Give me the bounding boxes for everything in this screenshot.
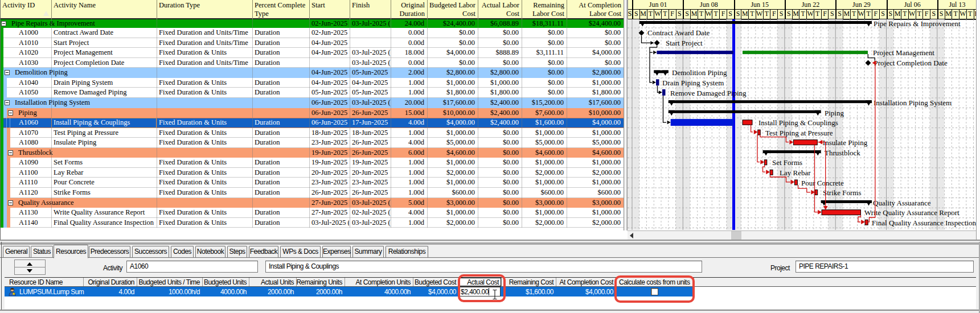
svg-text:Project Completion Date: Project Completion Date xyxy=(874,59,948,67)
svg-text:Start Project: Start Project xyxy=(666,39,703,47)
svg-text:Drain Piping System: Drain Piping System xyxy=(662,79,724,87)
svg-text:Installation Piping System: Installation Piping System xyxy=(874,98,952,107)
svg-text:Pipe Repairs & Improvement: Pipe Repairs & Improvement xyxy=(874,19,961,28)
svg-text:Lay Rebar: Lay Rebar xyxy=(780,168,811,177)
svg-text:Insulate Piping: Insulate Piping xyxy=(823,138,868,147)
svg-text:Strike Forms: Strike Forms xyxy=(823,188,862,197)
svg-text:Test Piping at Pressure: Test Piping at Pressure xyxy=(765,129,833,137)
svg-text:Piping: Piping xyxy=(825,109,844,117)
svg-text:Demolition Piping: Demolition Piping xyxy=(672,68,727,77)
svg-text:Contract Award Date: Contract Award Date xyxy=(647,28,710,37)
svg-text:Set Forms: Set Forms xyxy=(772,158,802,167)
svg-text:Write Quality Assurance Report: Write Quality Assurance Report xyxy=(864,208,960,217)
svg-text:Final Quality Assurance Inspec: Final Quality Assurance Inspection xyxy=(872,219,976,227)
svg-text:Project Management: Project Management xyxy=(873,48,934,57)
svg-text:Quality Assuarance: Quality Assuarance xyxy=(873,199,931,207)
svg-text:Remove Damaged Piping: Remove Damaged Piping xyxy=(670,89,747,97)
svg-text:Pour Concrete: Pour Concrete xyxy=(801,179,844,187)
svg-text:Install Piping & Couplings: Install Piping & Couplings xyxy=(758,118,838,127)
svg-text:Thrustblock: Thrustblock xyxy=(825,149,860,157)
